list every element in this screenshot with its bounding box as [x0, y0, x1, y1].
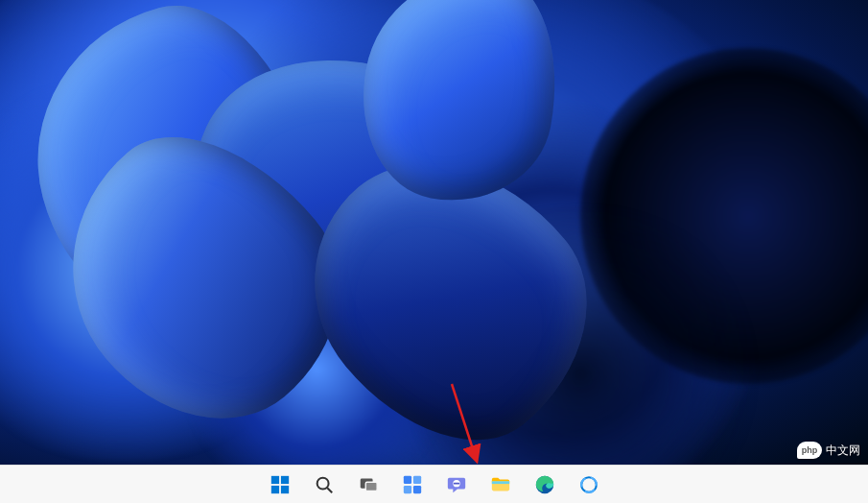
svg-rect-14	[491, 481, 508, 484]
svg-point-4	[317, 477, 328, 489]
svg-line-5	[327, 488, 332, 492]
svg-rect-0	[270, 475, 278, 483]
svg-rect-11	[412, 485, 420, 492]
desktop-wallpaper	[0, 0, 868, 465]
chat-icon	[446, 474, 467, 495]
widgets-icon	[402, 474, 423, 495]
edge-button[interactable]	[527, 468, 563, 501]
file-explorer-button[interactable]	[482, 468, 519, 501]
svg-rect-7	[365, 482, 377, 491]
cortana-button[interactable]	[571, 468, 607, 501]
cortana-icon	[578, 474, 599, 495]
windows-logo-icon	[270, 474, 291, 495]
search-icon	[314, 474, 335, 495]
svg-rect-9	[412, 475, 420, 483]
svg-rect-2	[270, 485, 278, 492]
start-button[interactable]	[262, 468, 298, 501]
edge-icon	[534, 474, 555, 495]
svg-rect-8	[403, 475, 411, 483]
svg-rect-13	[453, 482, 458, 484]
svg-rect-1	[280, 475, 288, 483]
search-button[interactable]	[306, 468, 342, 501]
svg-rect-3	[280, 485, 288, 492]
task-view-button[interactable]	[350, 468, 387, 501]
chat-button[interactable]	[438, 468, 475, 501]
widgets-button[interactable]	[394, 468, 431, 501]
taskbar	[0, 465, 868, 503]
svg-rect-10	[403, 485, 411, 492]
task-view-icon	[358, 474, 379, 495]
file-explorer-icon	[490, 474, 511, 495]
